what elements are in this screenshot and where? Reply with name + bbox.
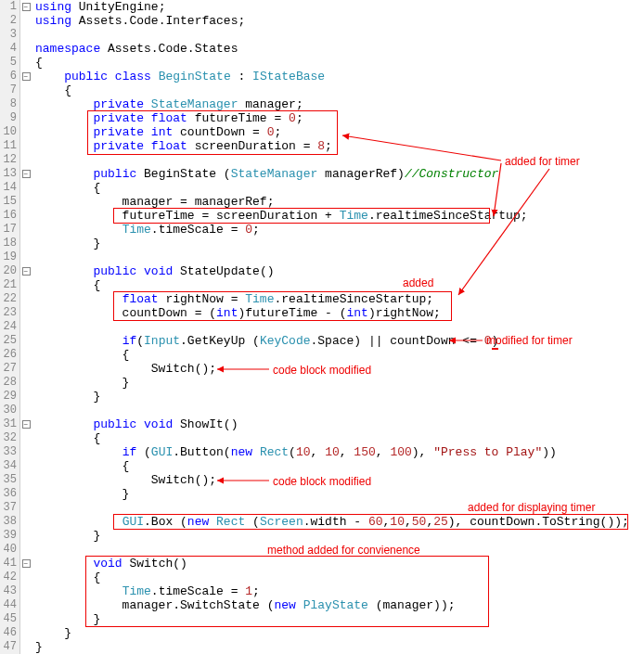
annotation-label: added for displaying timer	[468, 501, 595, 515]
fold-icon[interactable]: −	[22, 420, 31, 429]
line-gutter: 1234567891011121314151617181920212223242…	[0, 0, 20, 654]
annotation-label: code block modified	[273, 364, 371, 378]
fold-column: −−−−−−	[20, 0, 32, 654]
fold-icon[interactable]: −	[22, 72, 31, 81]
code-line: namespace Assets.Code.States	[35, 42, 644, 56]
fold-icon[interactable]: −	[22, 170, 31, 178]
code-line: using UnityEngine;	[35, 0, 644, 14]
annotation-label: added for timer	[505, 155, 580, 169]
code-area[interactable]: using UnityEngine; using Assets.Code.Int…	[32, 0, 644, 654]
code-line: using Assets.Code.Interfaces;	[35, 14, 644, 28]
code-editor[interactable]: 1234567891011121314151617181920212223242…	[0, 0, 644, 654]
fold-icon[interactable]: −	[22, 559, 31, 568]
annotation-label: modified for timer	[486, 334, 573, 348]
annotation-label: method added for convienence	[267, 544, 420, 558]
annotation-label: added	[403, 276, 433, 290]
fold-icon[interactable]: −	[22, 267, 31, 276]
annotation-label: code block modified	[273, 475, 371, 489]
fold-icon[interactable]: −	[22, 3, 31, 11]
